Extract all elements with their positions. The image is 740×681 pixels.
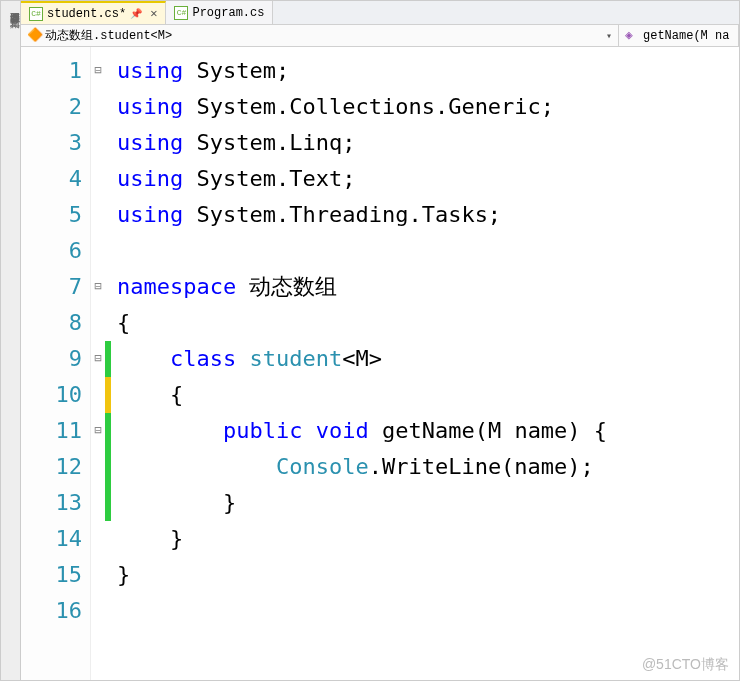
editor[interactable]: 12345678910111213141516 ⊟⊟⊟⊟ using Syste… xyxy=(21,47,739,680)
fold-empty xyxy=(91,557,105,593)
tabstrip: C# student.cs* 📌 ✕ C# Program.cs xyxy=(21,1,739,25)
fold-empty xyxy=(91,197,105,233)
code-line[interactable]: { xyxy=(117,377,739,413)
token-plain xyxy=(117,454,276,479)
token-kw: namespace xyxy=(117,274,236,299)
code-line[interactable]: using System.Collections.Generic; xyxy=(117,89,739,125)
token-plain xyxy=(117,418,223,443)
code-line[interactable]: using System.Linq; xyxy=(117,125,739,161)
token-plain: } xyxy=(117,526,183,551)
code-area[interactable]: using System;using System.Collections.Ge… xyxy=(111,47,739,680)
line-number: 16 xyxy=(21,593,82,629)
main: C# student.cs* 📌 ✕ C# Program.cs 🔶 动态数组.… xyxy=(21,1,739,680)
code-line[interactable]: } xyxy=(117,557,739,593)
navbar: 🔶 动态数组.student<M> ▾ ◈ getName(M na xyxy=(21,25,739,47)
fold-empty xyxy=(91,593,105,629)
code-line[interactable]: Console.WriteLine(name); xyxy=(117,449,739,485)
token-kw: void xyxy=(316,418,369,443)
line-number: 5 xyxy=(21,197,82,233)
token-plain: System.Collections.Generic; xyxy=(183,94,554,119)
chevron-down-icon: ▾ xyxy=(606,30,612,42)
line-number: 13 xyxy=(21,485,82,521)
token-plain: System.Text; xyxy=(183,166,355,191)
line-number: 1 xyxy=(21,53,82,89)
tab-label: student.cs* xyxy=(47,7,126,21)
pin-icon[interactable]: 📌 xyxy=(130,8,142,20)
cs-file-icon: C# xyxy=(174,6,188,20)
fold-empty xyxy=(91,377,105,413)
line-number: 9 xyxy=(21,341,82,377)
nav-class-dropdown[interactable]: 🔶 动态数组.student<M> ▾ xyxy=(21,25,619,46)
line-number: 15 xyxy=(21,557,82,593)
fold-empty xyxy=(91,161,105,197)
watermark: @51CTO博客 xyxy=(642,656,729,674)
token-plain: getName(M name) { xyxy=(369,418,607,443)
token-plain: { xyxy=(117,382,183,407)
token-plain: 动态数组 xyxy=(236,274,337,299)
nav-member-label: getName(M na xyxy=(643,29,729,43)
token-kw: using xyxy=(117,94,183,119)
token-plain: System; xyxy=(183,58,289,83)
fold-toggle-icon[interactable]: ⊟ xyxy=(91,413,105,449)
code-line[interactable]: using System.Text; xyxy=(117,161,739,197)
line-number: 6 xyxy=(21,233,82,269)
code-line[interactable]: } xyxy=(117,521,739,557)
line-number: 11 xyxy=(21,413,82,449)
token-kw: using xyxy=(117,58,183,83)
line-number-gutter: 12345678910111213141516 xyxy=(21,47,91,680)
close-icon[interactable]: ✕ xyxy=(150,6,157,21)
code-line[interactable]: { xyxy=(117,305,739,341)
fold-empty xyxy=(91,233,105,269)
side-panel[interactable]: 服务器资源管理器 工具箱 xyxy=(1,1,21,680)
token-plain: } xyxy=(117,490,236,515)
tab-program[interactable]: C# Program.cs xyxy=(166,1,273,24)
token-plain xyxy=(236,346,249,371)
class-icon: 🔶 xyxy=(27,29,41,43)
tab-student[interactable]: C# student.cs* 📌 ✕ xyxy=(21,1,166,24)
cs-file-icon: C# xyxy=(29,7,43,21)
token-kw: public xyxy=(223,418,302,443)
token-kw: using xyxy=(117,166,183,191)
fold-toggle-icon[interactable]: ⊟ xyxy=(91,341,105,377)
code-line[interactable]: class student<M> xyxy=(117,341,739,377)
line-number: 12 xyxy=(21,449,82,485)
line-number: 2 xyxy=(21,89,82,125)
code-line[interactable]: public void getName(M name) { xyxy=(117,413,739,449)
fold-empty xyxy=(91,449,105,485)
token-plain: } xyxy=(117,562,130,587)
fold-toggle-icon[interactable]: ⊟ xyxy=(91,53,105,89)
line-number: 3 xyxy=(21,125,82,161)
token-type: student xyxy=(249,346,342,371)
token-plain: { xyxy=(117,310,130,335)
line-number: 4 xyxy=(21,161,82,197)
fold-empty xyxy=(91,125,105,161)
nav-member-dropdown[interactable]: ◈ getName(M na xyxy=(619,25,739,46)
nav-class-label: 动态数组.student<M> xyxy=(45,27,172,44)
line-number: 10 xyxy=(21,377,82,413)
tab-label: Program.cs xyxy=(192,6,264,20)
code-line[interactable]: using System.Threading.Tasks; xyxy=(117,197,739,233)
token-plain: System.Threading.Tasks; xyxy=(183,202,501,227)
token-type: Console xyxy=(276,454,369,479)
line-number: 14 xyxy=(21,521,82,557)
fold-toggle-icon[interactable]: ⊟ xyxy=(91,269,105,305)
token-plain xyxy=(117,346,170,371)
code-line[interactable] xyxy=(117,593,739,629)
code-line[interactable] xyxy=(117,233,739,269)
fold-column[interactable]: ⊟⊟⊟⊟ xyxy=(91,47,105,680)
token-kw: using xyxy=(117,202,183,227)
fold-empty xyxy=(91,521,105,557)
token-plain: System.Linq; xyxy=(183,130,355,155)
line-number: 7 xyxy=(21,269,82,305)
token-kw: using xyxy=(117,130,183,155)
token-kw: class xyxy=(170,346,236,371)
fold-empty xyxy=(91,305,105,341)
token-plain: .WriteLine(name); xyxy=(369,454,594,479)
code-line[interactable]: } xyxy=(117,485,739,521)
code-line[interactable]: namespace 动态数组 xyxy=(117,269,739,305)
token-plain: <M> xyxy=(342,346,382,371)
fold-empty xyxy=(91,485,105,521)
line-number: 8 xyxy=(21,305,82,341)
code-line[interactable]: using System; xyxy=(117,53,739,89)
method-icon: ◈ xyxy=(625,29,639,43)
